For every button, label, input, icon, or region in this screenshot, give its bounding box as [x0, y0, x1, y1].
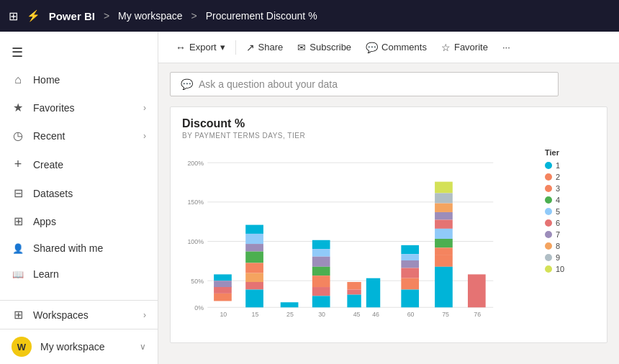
chevron-right-icon: ›: [143, 131, 146, 141]
sidebar-label-home: Home: [33, 74, 146, 86]
bar-chart-svg: 200% 150% 100% 50% 0% 10 15: [182, 145, 538, 332]
svg-rect-20: [214, 294, 232, 301]
sidebar-item-learn[interactable]: 📖 Learn: [0, 261, 158, 287]
svg-text:46: 46: [372, 311, 379, 319]
svg-rect-55: [435, 239, 453, 247]
svg-rect-31: [281, 302, 299, 307]
legend-item-3: 3: [545, 184, 595, 193]
svg-rect-29: [245, 282, 263, 290]
legend-item-8: 8: [545, 242, 595, 250]
learn-icon: 📖: [12, 269, 24, 280]
subscribe-button[interactable]: ✉ Subscribe: [292, 38, 357, 57]
sidebar-bottom: ⊞ Workspaces › W My workspace ∨: [0, 300, 158, 364]
svg-rect-27: [245, 263, 263, 273]
sidebar-item-shared[interactable]: 👤 Shared with me: [0, 235, 158, 261]
sidebar-item-apps[interactable]: ⊞ Apps: [0, 207, 158, 235]
svg-rect-38: [312, 296, 330, 307]
sidebar-item-my-workspace[interactable]: W My workspace ∨: [0, 329, 158, 364]
export-button[interactable]: ↔ Export ▾: [170, 38, 231, 57]
chart-card: Discount % BY PAYMENT TERMS DAYS, TIER 2…: [170, 106, 607, 343]
sidebar-item-home[interactable]: ⌂ Home: [0, 66, 158, 94]
chevron-right-icon: ›: [143, 103, 146, 113]
svg-rect-50: [435, 193, 453, 203]
workspaces-icon: ⊞: [12, 308, 24, 322]
star-icon: ☆: [441, 42, 451, 53]
svg-rect-54: [435, 229, 453, 239]
comments-button[interactable]: 💬 Comments: [360, 38, 433, 57]
home-icon: ⌂: [12, 73, 24, 86]
more-icon: ···: [502, 42, 510, 53]
svg-text:100%: 100%: [187, 238, 204, 245]
legend-color-7: [545, 231, 552, 238]
svg-rect-35: [312, 267, 330, 276]
legend-item-9: 9: [545, 253, 595, 262]
sidebar-item-datasets[interactable]: ⊟ Datasets: [0, 179, 158, 207]
legend-color-6: [545, 219, 552, 227]
legend-label-6: 6: [556, 219, 560, 227]
chat-icon: 💬: [181, 78, 193, 90]
hamburger-menu[interactable]: ☰: [0, 39, 158, 66]
divider: [235, 40, 236, 55]
svg-rect-24: [245, 234, 263, 244]
svg-text:15: 15: [252, 311, 259, 319]
svg-rect-26: [245, 252, 263, 263]
report-area: 💬 Ask a question about your data Discoun…: [158, 63, 619, 364]
legend-item-6: 6: [545, 219, 595, 227]
svg-rect-22: [214, 281, 232, 287]
share-button[interactable]: ↗ Share: [240, 38, 289, 57]
sidebar-item-favorites[interactable]: ★ Favorites ›: [0, 94, 158, 122]
svg-text:30: 30: [318, 311, 325, 319]
sidebar-item-create[interactable]: + Create: [0, 150, 158, 179]
sidebar-item-recent[interactable]: ◷ Recent ›: [0, 122, 158, 150]
svg-text:10: 10: [220, 311, 227, 319]
svg-text:45: 45: [353, 311, 361, 319]
svg-rect-43: [401, 245, 419, 254]
breadcrumb-page: Procurement Discount %: [206, 10, 317, 22]
legend-color-8: [545, 242, 552, 250]
workspace-avatar: W: [12, 337, 32, 357]
legend-item-5: 5: [545, 207, 595, 216]
legend-color-10: [545, 265, 552, 273]
svg-rect-30: [245, 290, 263, 308]
subscribe-label: Subscribe: [310, 42, 351, 53]
breadcrumb-workspace[interactable]: My workspace: [118, 10, 182, 22]
shared-icon: 👤: [12, 243, 24, 254]
qa-placeholder: Ask a question about your data: [199, 78, 338, 90]
svg-rect-59: [468, 274, 486, 307]
svg-rect-40: [347, 290, 361, 295]
favorite-button[interactable]: ☆ Favorite: [435, 38, 494, 57]
svg-rect-34: [312, 257, 330, 267]
chart-title: Discount %: [182, 117, 595, 130]
svg-rect-23: [245, 225, 263, 234]
svg-rect-53: [435, 220, 453, 229]
sidebar-label-shared: Shared with me: [33, 242, 146, 254]
legend-color-2: [545, 173, 552, 181]
sidebar-item-workspaces[interactable]: ⊞ Workspaces ›: [0, 300, 158, 329]
svg-rect-47: [401, 278, 419, 290]
svg-rect-25: [245, 244, 263, 252]
sidebar-label-recent: Recent: [33, 130, 135, 142]
action-bar: ↔ Export ▾ ↗ Share ✉ Subscribe 💬 Comment…: [158, 32, 619, 63]
favorite-label: Favorite: [454, 42, 488, 53]
legend-label-3: 3: [556, 184, 560, 193]
svg-rect-32: [312, 240, 330, 249]
legend-color-5: [545, 208, 552, 215]
share-icon: ↗: [246, 42, 255, 53]
grid-icon[interactable]: ⊞: [9, 9, 18, 23]
comments-icon: 💬: [366, 42, 378, 53]
more-button[interactable]: ···: [497, 38, 516, 56]
svg-text:25: 25: [286, 311, 294, 319]
sidebar-label-learn: Learn: [33, 268, 146, 280]
legend-color-3: [545, 185, 552, 192]
qa-box[interactable]: 💬 Ask a question about your data: [170, 72, 559, 96]
svg-rect-41: [347, 295, 361, 308]
svg-rect-52: [435, 212, 453, 220]
chart-legend: Tier 1 2 3: [545, 145, 595, 335]
legend-item-10: 10: [545, 265, 595, 273]
share-label: Share: [258, 42, 284, 53]
legend-color-4: [545, 196, 552, 204]
datasets-icon: ⊟: [12, 186, 24, 200]
chart-body: 200% 150% 100% 50% 0% 10 15: [182, 145, 595, 335]
svg-text:76: 76: [474, 311, 481, 319]
chevron-down-icon: ∨: [140, 342, 146, 352]
